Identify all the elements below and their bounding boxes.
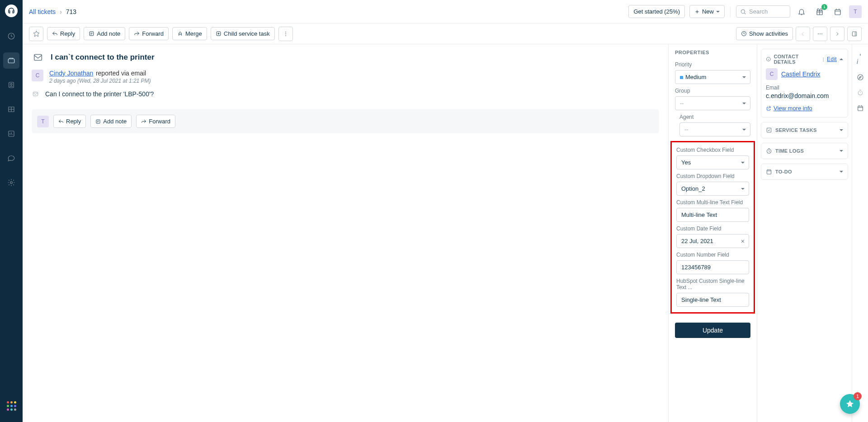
group-select[interactable]: --: [675, 96, 750, 110]
contact-name-link[interactable]: Castiel Endrix: [781, 70, 820, 78]
add-note-button[interactable]: Add note: [84, 27, 125, 40]
nav-reports-icon[interactable]: [3, 126, 19, 142]
topbar-right: Get started (25%) New Search 1: [628, 5, 862, 19]
custom-checkbox-value: Yes: [681, 159, 691, 166]
reply-card-forward-label: Forward: [149, 118, 170, 125]
user-avatar[interactable]: T: [849, 5, 862, 18]
view-more-link[interactable]: View more info: [766, 105, 812, 112]
show-activities-label: Show activities: [749, 30, 788, 37]
app-launcher-icon[interactable]: [3, 398, 19, 414]
reply-button[interactable]: Reply: [47, 27, 80, 40]
reply-card-reply-button[interactable]: Reply: [53, 115, 86, 128]
custom-singleline-input[interactable]: Single-line Text: [676, 293, 749, 307]
contact-edit-link[interactable]: Edit: [827, 56, 837, 62]
breadcrumb-root[interactable]: All tickets: [29, 8, 56, 15]
notifications-icon[interactable]: [795, 5, 808, 19]
svg-point-17: [820, 33, 821, 34]
content-row: I can`t connect to the printer C Cindy J…: [23, 44, 868, 422]
ticket-header: I can`t connect to the printer: [32, 52, 659, 62]
svg-rect-30: [858, 106, 863, 111]
chevron-up-icon[interactable]: [840, 58, 843, 60]
right-panels: CONTACT DETAILS | Edit C Castiel Endrix …: [757, 44, 852, 422]
nav-admin-icon[interactable]: [3, 174, 19, 191]
custom-dropdown-select[interactable]: Option_2: [676, 182, 749, 196]
divider: [730, 6, 731, 17]
custom-singleline-field: HubSpot Custom Single-line Text ... Sing…: [672, 275, 754, 308]
svg-marker-9: [33, 31, 39, 37]
reply-card-addnote-button[interactable]: Add note: [90, 115, 132, 128]
group-field: Group --: [669, 85, 757, 111]
svg-point-6: [741, 9, 745, 13]
child-task-label: Child service task: [224, 30, 270, 37]
todo-section[interactable]: TO-DO: [761, 164, 848, 180]
more-actions-button[interactable]: [278, 27, 293, 41]
topbar: All tickets › 713 Get started (25%) New …: [23, 0, 868, 23]
nav-dashboard-icon[interactable]: [3, 28, 19, 44]
ticket-body: I can`t connect to the printer C Cindy J…: [23, 44, 668, 422]
calendar-icon[interactable]: [831, 5, 844, 19]
nav-tickets-icon[interactable]: [3, 52, 19, 69]
todo-label: TO-DO: [775, 169, 792, 174]
reply-card-forward-button[interactable]: Forward: [136, 115, 175, 128]
nav-contacts-icon[interactable]: [3, 77, 19, 93]
agent-select[interactable]: --: [679, 122, 750, 136]
freshworks-icon: [845, 399, 855, 409]
rail-timer-icon[interactable]: [857, 89, 864, 96]
svg-rect-19: [852, 32, 856, 36]
priority-select[interactable]: Medium: [675, 70, 750, 84]
priority-value: Medium: [685, 74, 706, 80]
nav-social-icon[interactable]: [3, 150, 19, 166]
reply-card: T Reply Add note Forward: [32, 109, 659, 133]
external-link-icon: [766, 106, 771, 111]
chevron-down-icon: [840, 150, 843, 152]
search-input[interactable]: Search: [736, 5, 790, 18]
contact-header: CONTACT DETAILS: [774, 54, 820, 65]
next-ticket-button[interactable]: [830, 27, 844, 41]
time-logs-label: TIME LOGS: [775, 148, 804, 154]
custom-number-input[interactable]: 123456789: [676, 260, 749, 274]
new-label: New: [702, 8, 714, 15]
app-logo[interactable]: [5, 5, 18, 17]
custom-multiline-input[interactable]: Multi-line Text: [676, 208, 749, 222]
ticket-more-button[interactable]: [813, 27, 827, 41]
service-tasks-section[interactable]: SERVICE TASKS: [761, 122, 848, 138]
todo-icon: [766, 169, 772, 175]
update-button[interactable]: Update: [675, 323, 750, 338]
get-started-button[interactable]: Get started (25%): [628, 5, 685, 18]
rail-explore-icon[interactable]: [857, 74, 864, 81]
right-icon-rail: i: [852, 44, 868, 422]
show-activities-button[interactable]: Show activities: [736, 27, 793, 40]
star-button[interactable]: [29, 27, 43, 41]
time-logs-icon: [766, 148, 772, 154]
chevron-down-icon: [716, 11, 720, 13]
child-service-task-button[interactable]: Child service task: [211, 27, 275, 40]
svg-point-5: [10, 182, 13, 184]
svg-point-13: [285, 33, 286, 34]
chat-fab[interactable]: 1: [840, 394, 860, 414]
reporter-name-link[interactable]: Cindy Jonathan: [49, 70, 93, 77]
search-icon: [740, 9, 746, 15]
prev-ticket-button[interactable]: [796, 27, 810, 41]
rail-calendar-icon[interactable]: [857, 104, 864, 112]
new-button[interactable]: New: [689, 5, 725, 18]
gift-icon[interactable]: 1: [813, 5, 826, 19]
contact-avatar: C: [766, 68, 778, 80]
merge-button[interactable]: Merge: [172, 27, 207, 40]
nav-solutions-icon[interactable]: [3, 101, 19, 117]
search-placeholder: Search: [749, 8, 768, 15]
group-value: --: [680, 100, 684, 107]
custom-dropdown-value: Option_2: [681, 185, 705, 192]
custom-number-label: Custom Number Field: [676, 252, 749, 258]
expand-panel-button[interactable]: [847, 27, 862, 41]
svg-rect-8: [835, 9, 840, 14]
forward-button[interactable]: Forward: [129, 27, 169, 40]
custom-date-input[interactable]: 22 Jul, 2021: [676, 234, 749, 248]
main-area: All tickets › 713 Get started (25%) New …: [23, 0, 868, 422]
time-logs-section[interactable]: TIME LOGS: [761, 143, 848, 159]
properties-panel: PROPERTIES Priority Medium Group -- Agen…: [668, 44, 757, 422]
custom-checkbox-select[interactable]: Yes: [676, 155, 749, 169]
rail-info-icon[interactable]: i: [857, 51, 864, 66]
service-tasks-icon: [766, 127, 772, 133]
custom-date-value: 22 Jul, 2021: [681, 238, 713, 244]
gift-badge: 1: [821, 4, 827, 10]
